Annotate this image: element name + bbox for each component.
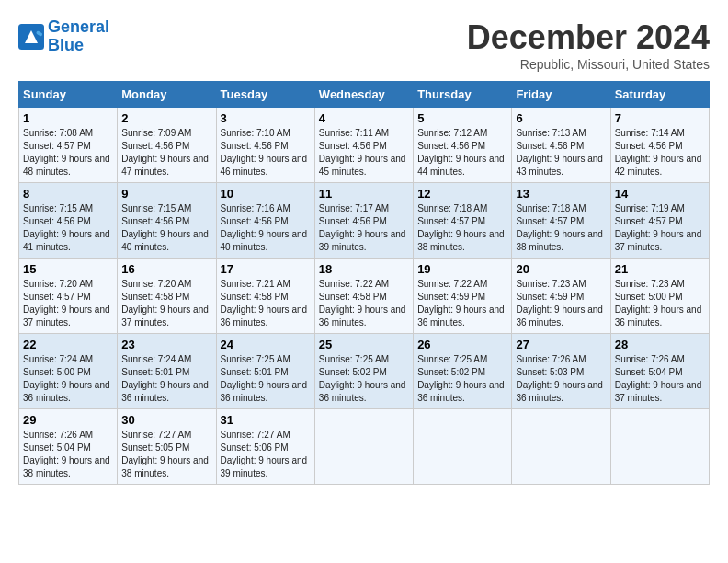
day-number: 26 [417, 338, 507, 351]
day-number: 20 [516, 262, 606, 276]
day-info: Sunrise: 7:14 AMSunset: 4:56 PMDaylight:… [615, 127, 705, 178]
day-info: Sunrise: 7:25 AMSunset: 5:02 PMDaylight:… [417, 353, 507, 405]
day-info: Sunrise: 7:15 AMSunset: 4:56 PMDaylight:… [23, 202, 113, 254]
day-number: 18 [319, 262, 409, 276]
day-number: 17 [221, 262, 311, 276]
calendar-cell: 8Sunrise: 7:15 AMSunset: 4:56 PMDaylight… [19, 183, 118, 259]
calendar-cell: 21Sunrise: 7:23 AMSunset: 5:00 PMDayligh… [610, 259, 709, 334]
calendar-cell [414, 409, 512, 485]
calendar-cell: 19Sunrise: 7:22 AMSunset: 4:59 PMDayligh… [414, 259, 512, 334]
calendar-cell: 11Sunrise: 7:17 AMSunset: 4:56 PMDayligh… [314, 183, 413, 259]
header-cell-saturday: Saturday [610, 82, 709, 108]
day-info: Sunrise: 7:17 AMSunset: 4:56 PMDaylight:… [319, 202, 409, 254]
day-number: 31 [221, 413, 311, 427]
logo-icon [18, 24, 44, 50]
day-info: Sunrise: 7:16 AMSunset: 4:56 PMDaylight:… [221, 202, 311, 254]
calendar-cell: 27Sunrise: 7:26 AMSunset: 5:03 PMDayligh… [512, 334, 610, 409]
day-info: Sunrise: 7:18 AMSunset: 4:57 PMDaylight:… [516, 202, 606, 254]
calendar-cell: 17Sunrise: 7:21 AMSunset: 4:58 PMDayligh… [216, 259, 314, 334]
calendar-cell: 9Sunrise: 7:15 AMSunset: 4:56 PMDaylight… [118, 183, 216, 259]
calendar-cell: 31Sunrise: 7:27 AMSunset: 5:06 PMDayligh… [216, 409, 314, 485]
title-area: December 2024 Republic, Missouri, United… [467, 18, 710, 72]
day-info: Sunrise: 7:09 AMSunset: 4:56 PMDaylight:… [121, 127, 211, 178]
calendar-week-row: 1Sunrise: 7:08 AMSunset: 4:57 PMDaylight… [19, 108, 710, 183]
day-info: Sunrise: 7:12 AMSunset: 4:56 PMDaylight:… [417, 127, 507, 178]
calendar-cell: 24Sunrise: 7:25 AMSunset: 5:01 PMDayligh… [216, 334, 314, 409]
day-number: 15 [23, 262, 113, 276]
header-cell-friday: Friday [512, 82, 610, 108]
header-cell-tuesday: Tuesday [216, 82, 314, 108]
calendar-cell: 7Sunrise: 7:14 AMSunset: 4:56 PMDaylight… [610, 108, 709, 183]
header: General Blue December 2024 Republic, Mis… [18, 18, 710, 72]
day-info: Sunrise: 7:25 AMSunset: 5:01 PMDaylight:… [221, 353, 311, 405]
calendar-cell: 20Sunrise: 7:23 AMSunset: 4:59 PMDayligh… [512, 259, 610, 334]
calendar-week-row: 15Sunrise: 7:20 AMSunset: 4:57 PMDayligh… [19, 259, 710, 334]
calendar-cell: 29Sunrise: 7:26 AMSunset: 5:04 PMDayligh… [19, 409, 118, 485]
day-number: 10 [221, 187, 311, 201]
day-info: Sunrise: 7:24 AMSunset: 5:01 PMDaylight:… [121, 353, 211, 405]
header-cell-wednesday: Wednesday [314, 82, 413, 108]
day-number: 6 [516, 111, 606, 125]
day-info: Sunrise: 7:10 AMSunset: 4:56 PMDaylight:… [221, 127, 311, 178]
day-info: Sunrise: 7:20 AMSunset: 4:57 PMDaylight:… [23, 278, 113, 329]
calendar-cell: 25Sunrise: 7:25 AMSunset: 5:02 PMDayligh… [314, 334, 413, 409]
day-info: Sunrise: 7:27 AMSunset: 5:05 PMDaylight:… [121, 429, 211, 480]
calendar-cell: 28Sunrise: 7:26 AMSunset: 5:04 PMDayligh… [610, 334, 709, 409]
day-number: 8 [23, 187, 113, 201]
day-number: 3 [221, 111, 311, 125]
calendar-cell: 1Sunrise: 7:08 AMSunset: 4:57 PMDaylight… [19, 108, 118, 183]
calendar-cell: 23Sunrise: 7:24 AMSunset: 5:01 PMDayligh… [118, 334, 216, 409]
location-title: Republic, Missouri, United States [467, 57, 710, 72]
calendar-cell [512, 409, 610, 485]
day-number: 21 [615, 262, 705, 276]
day-info: Sunrise: 7:26 AMSunset: 5:04 PMDaylight:… [23, 429, 113, 480]
day-info: Sunrise: 7:24 AMSunset: 5:00 PMDaylight:… [23, 353, 113, 405]
header-cell-thursday: Thursday [414, 82, 512, 108]
day-info: Sunrise: 7:22 AMSunset: 4:59 PMDaylight:… [417, 278, 507, 329]
day-number: 23 [121, 338, 211, 351]
day-number: 2 [121, 111, 211, 125]
header-cell-monday: Monday [118, 82, 216, 108]
day-number: 13 [516, 187, 606, 201]
calendar-cell: 4Sunrise: 7:11 AMSunset: 4:56 PMDaylight… [314, 108, 413, 183]
calendar-cell: 14Sunrise: 7:19 AMSunset: 4:57 PMDayligh… [610, 183, 709, 259]
day-number: 22 [23, 338, 113, 351]
day-number: 27 [516, 338, 606, 351]
day-number: 12 [417, 187, 507, 201]
calendar-body: 1Sunrise: 7:08 AMSunset: 4:57 PMDaylight… [19, 108, 710, 485]
logo: General Blue [18, 18, 109, 55]
calendar-cell: 30Sunrise: 7:27 AMSunset: 5:05 PMDayligh… [118, 409, 216, 485]
calendar-cell: 10Sunrise: 7:16 AMSunset: 4:56 PMDayligh… [216, 183, 314, 259]
calendar-table: SundayMondayTuesdayWednesdayThursdayFrid… [18, 81, 710, 485]
calendar-cell: 12Sunrise: 7:18 AMSunset: 4:57 PMDayligh… [414, 183, 512, 259]
day-number: 29 [23, 413, 113, 427]
calendar-header-row: SundayMondayTuesdayWednesdayThursdayFrid… [19, 82, 710, 108]
calendar-cell: 5Sunrise: 7:12 AMSunset: 4:56 PMDaylight… [414, 108, 512, 183]
calendar-cell: 15Sunrise: 7:20 AMSunset: 4:57 PMDayligh… [19, 259, 118, 334]
day-number: 4 [319, 111, 409, 125]
day-info: Sunrise: 7:18 AMSunset: 4:57 PMDaylight:… [417, 202, 507, 254]
header-cell-sunday: Sunday [19, 82, 118, 108]
calendar-cell: 13Sunrise: 7:18 AMSunset: 4:57 PMDayligh… [512, 183, 610, 259]
calendar-cell: 18Sunrise: 7:22 AMSunset: 4:58 PMDayligh… [314, 259, 413, 334]
day-number: 19 [417, 262, 507, 276]
day-info: Sunrise: 7:08 AMSunset: 4:57 PMDaylight:… [23, 127, 113, 178]
day-info: Sunrise: 7:22 AMSunset: 4:58 PMDaylight:… [319, 278, 409, 329]
day-info: Sunrise: 7:26 AMSunset: 5:03 PMDaylight:… [516, 353, 606, 405]
day-info: Sunrise: 7:21 AMSunset: 4:58 PMDaylight:… [221, 278, 311, 329]
day-info: Sunrise: 7:25 AMSunset: 5:02 PMDaylight:… [319, 353, 409, 405]
day-info: Sunrise: 7:15 AMSunset: 4:56 PMDaylight:… [121, 202, 211, 254]
day-number: 7 [615, 111, 705, 125]
calendar-cell [610, 409, 709, 485]
calendar-week-row: 22Sunrise: 7:24 AMSunset: 5:00 PMDayligh… [19, 334, 710, 409]
day-info: Sunrise: 7:23 AMSunset: 4:59 PMDaylight:… [516, 278, 606, 329]
calendar-week-row: 29Sunrise: 7:26 AMSunset: 5:04 PMDayligh… [19, 409, 710, 485]
day-info: Sunrise: 7:13 AMSunset: 4:56 PMDaylight:… [516, 127, 606, 178]
day-info: Sunrise: 7:19 AMSunset: 4:57 PMDaylight:… [615, 202, 705, 254]
day-number: 25 [319, 338, 409, 351]
day-info: Sunrise: 7:26 AMSunset: 5:04 PMDaylight:… [615, 353, 705, 405]
day-info: Sunrise: 7:27 AMSunset: 5:06 PMDaylight:… [221, 429, 311, 480]
day-info: Sunrise: 7:23 AMSunset: 5:00 PMDaylight:… [615, 278, 705, 329]
day-number: 11 [319, 187, 409, 201]
day-number: 14 [615, 187, 705, 201]
